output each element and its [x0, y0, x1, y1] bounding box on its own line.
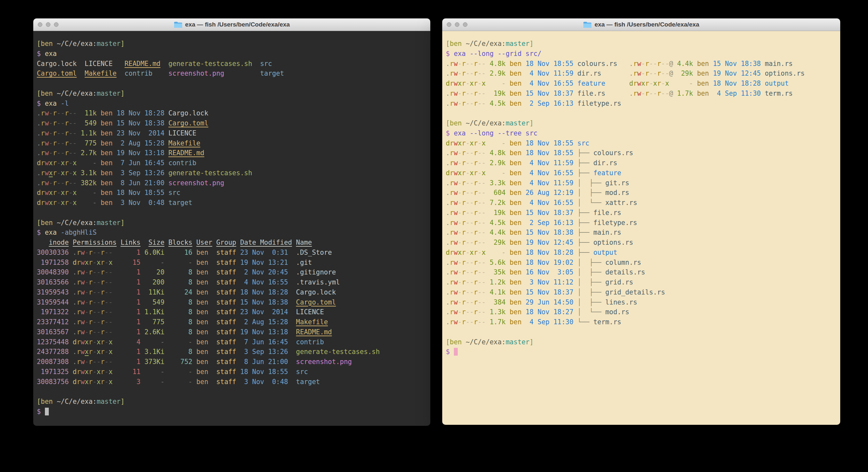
title-bar[interactable]: exa — fish /Users/ben/Code/exa/exa [33, 19, 430, 31]
text-segment: LICENCE [296, 308, 324, 316]
text-segment [709, 80, 713, 87]
permission-char: r [462, 278, 465, 286]
permission-char: - [478, 139, 482, 147]
text-segment: 29 Jun 14:50 [526, 298, 574, 306]
text-segment [693, 69, 697, 77]
text-segment [164, 139, 168, 147]
text-segment: 29k [490, 239, 505, 246]
permission-char: - [470, 60, 473, 67]
permission-char: r [450, 219, 454, 227]
permission-char: d [446, 248, 450, 256]
permission-char: - [466, 169, 470, 177]
text-segment: 23 Nov 2014 [240, 308, 288, 316]
text-segment [236, 328, 240, 336]
text-segment: src [296, 368, 308, 376]
permission-char: r [65, 119, 68, 127]
text-segment: ├── [577, 209, 593, 216]
permission-char: - [482, 318, 486, 326]
text-segment [486, 308, 489, 316]
permission-char: r [450, 199, 454, 207]
close-button[interactable] [447, 22, 451, 27]
text-segment: src [260, 60, 272, 67]
permission-char: - [482, 239, 486, 246]
text-segment: generate-testcases.sh [168, 60, 252, 67]
text-segment: 31959543 [37, 288, 69, 296]
text-segment: ] [529, 40, 533, 48]
permission-char: - [97, 248, 100, 256]
text-segment: - [168, 338, 192, 346]
permission-char: w [454, 248, 458, 256]
permission-char: r [89, 328, 92, 336]
text-segment: 11k [81, 109, 97, 117]
terminal-line: $ exa -abghHliS [37, 228, 428, 238]
text-segment: generate-testcases.sh [296, 348, 379, 356]
text-segment: xattr.rs [606, 199, 637, 207]
permission-char: - [458, 298, 462, 306]
text-segment [673, 90, 677, 97]
permission-char: w [81, 259, 85, 266]
text-segment: - [490, 248, 505, 256]
permission-char: - [470, 308, 473, 316]
permission-char: - [108, 328, 113, 336]
text-segment: ben [510, 259, 522, 266]
permission-char: - [466, 288, 470, 296]
window-controls [447, 22, 467, 27]
permission-char: - [93, 288, 97, 296]
permission-char: @ [669, 60, 673, 67]
permission-char: - [466, 199, 470, 207]
close-button[interactable] [38, 22, 42, 27]
text-segment [709, 60, 713, 67]
text-segment [486, 239, 489, 246]
permission-char: - [482, 99, 486, 107]
permission-char: - [93, 318, 97, 326]
zoom-button[interactable] [463, 22, 467, 27]
permission-char: . [446, 219, 450, 227]
text-segment [236, 368, 240, 376]
permission-char: - [85, 308, 89, 316]
zoom-button[interactable] [54, 22, 59, 27]
permission-char: - [482, 69, 486, 77]
text-segment: 1.3k [490, 308, 505, 316]
text-segment: [ben [37, 90, 57, 97]
terminal-window-light: exa — fish /Users/ben/Code/exa/exa [ben … [442, 19, 840, 425]
text-segment [208, 268, 216, 276]
text-segment [288, 348, 296, 356]
permission-char: x [49, 199, 53, 207]
permission-char: r [53, 139, 57, 147]
permission-char: r [450, 80, 454, 87]
text-segment: │ ├── [577, 189, 605, 197]
permission-char: - [482, 219, 486, 227]
terminal-content[interactable]: [ben ~/C/e/exa:master]$ exaCargo.lock LI… [33, 31, 430, 426]
text-segment: master [97, 219, 121, 227]
text-segment [761, 90, 765, 97]
permission-char: x [108, 378, 113, 386]
permission-char: r [89, 288, 92, 296]
terminal-line: drwxr-xr-x - ben 18 Nov 18:55 src [446, 138, 838, 148]
text-segment [97, 149, 100, 157]
permission-char: - [470, 179, 473, 187]
permission-char: - [649, 60, 653, 67]
minimize-button[interactable] [46, 22, 51, 27]
text-segment: 1.2k [490, 278, 505, 286]
text-segment: 3 [121, 378, 141, 386]
text-segment [486, 318, 489, 326]
terminal-content[interactable]: [ben ~/C/e/exa:master]$ exa --long --gri… [442, 31, 840, 425]
title-bar[interactable]: exa — fish /Users/ben/Code/exa/exa [442, 19, 840, 31]
permission-char: - [57, 139, 61, 147]
text-segment [113, 288, 121, 296]
permission-char: r [657, 90, 661, 97]
permission-char: - [478, 69, 482, 77]
minimize-button[interactable] [455, 22, 459, 27]
text-segment: ben [196, 318, 208, 326]
permission-char: - [466, 268, 470, 276]
text-segment [113, 109, 117, 117]
text-segment: - [81, 199, 97, 207]
terminal-line: $ exa [37, 49, 428, 59]
permission-char: - [93, 348, 97, 356]
permission-char: - [466, 318, 470, 326]
permission-char: r [450, 179, 454, 187]
permission-char: r [462, 159, 465, 167]
permission-char: r [462, 268, 465, 276]
permission-char: r [89, 298, 92, 306]
text-segment: output [593, 248, 617, 256]
